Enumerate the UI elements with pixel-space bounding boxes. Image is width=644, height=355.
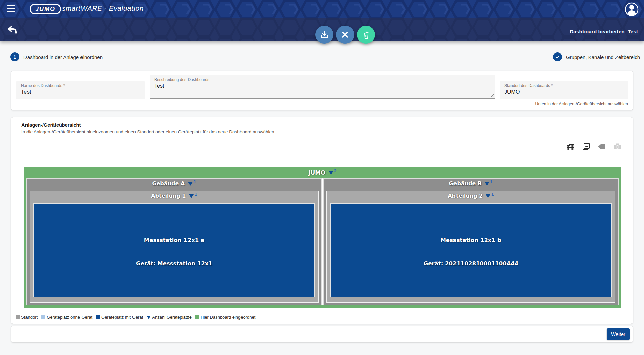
description-field-label: Beschreibung des Dashboards bbox=[150, 75, 495, 82]
station-b-name: Messstation 12x1 b bbox=[331, 237, 611, 243]
site-count: 2 bbox=[334, 169, 337, 173]
map-toolbar bbox=[565, 142, 623, 152]
buildings-row: Gebäude A 1 Abteilung 1 1 bbox=[26, 178, 619, 305]
save-button[interactable] bbox=[315, 26, 333, 44]
resize-handle-icon[interactable] bbox=[490, 94, 494, 97]
eraser-icon[interactable] bbox=[597, 142, 607, 152]
station-a-device: Gerät: Messstation 12x1 bbox=[34, 260, 314, 267]
standort-swatch bbox=[16, 315, 20, 319]
legend-count-label: Anzahl Geräteplätze bbox=[152, 315, 192, 320]
department-2-label: Abteilung 2 1 bbox=[448, 193, 494, 199]
building-a-count: 1 bbox=[193, 180, 196, 184]
plant-view-icon[interactable] bbox=[565, 142, 575, 152]
overview-subtitle: In die Anlagen-/Geräteübersicht hineinzo… bbox=[21, 129, 274, 134]
department-1-count-triangle-icon bbox=[189, 194, 194, 198]
legend-geraeteplatz-mit-geraet: Geräteplatz mit Gerät bbox=[96, 315, 143, 320]
back-icon[interactable] bbox=[7, 26, 17, 34]
account-icon[interactable] bbox=[625, 2, 639, 16]
building-b-label: Gebäude B 1 bbox=[449, 180, 493, 187]
station-b-device: Gerät: 2021102810001100444 bbox=[331, 260, 611, 267]
legend-slot-empty-label: Geräteplatz ohne Gerät bbox=[47, 315, 92, 320]
app-title: smartWARE · Evaluation bbox=[62, 4, 144, 12]
camera-icon[interactable] bbox=[612, 142, 623, 152]
location-field-label: Standort des Dashboards * bbox=[500, 81, 628, 88]
device-slot-a[interactable]: Messstation 12x1 a Gerät: Messstation 12… bbox=[33, 203, 315, 297]
description-input[interactable] bbox=[150, 82, 489, 95]
legend-standort-label: Standort bbox=[21, 315, 38, 320]
site-jumo[interactable]: JUMO 2 bbox=[24, 167, 621, 178]
download-icon bbox=[320, 30, 329, 39]
building-b[interactable]: Gebäude B 1 Abteilung 2 1 bbox=[323, 178, 619, 305]
station-a-name: Messstation 12x1 a bbox=[34, 237, 314, 243]
building-a[interactable]: Gebäude A 1 Abteilung 1 1 bbox=[26, 178, 322, 305]
site-name: JUMO bbox=[308, 169, 326, 176]
plant-overview-card: Anlagen-/Geräteübersicht In die Anlagen-… bbox=[11, 117, 633, 324]
department-2[interactable]: Abteilung 2 1 Messstation 12x1 b Gerät: … bbox=[326, 191, 615, 303]
next-button[interactable]: Weiter bbox=[607, 328, 630, 340]
jumo-logo: JUMO bbox=[30, 4, 61, 14]
legend-standort: Standort bbox=[16, 315, 38, 320]
delete-button[interactable] bbox=[357, 26, 375, 44]
dashboard-form-card: Name des Dashboards * Beschreibung des D… bbox=[11, 71, 633, 110]
legend-slot-filled-label: Geräteplatz mit Gerät bbox=[101, 315, 143, 320]
map-legend: Standort Geräteplatz ohne Gerät Gerätepl… bbox=[16, 315, 255, 320]
department-2-name: Abteilung 2 bbox=[448, 193, 483, 199]
department-2-count-triangle-icon bbox=[486, 194, 490, 198]
plant-map: JUMO 2 Gebäude A 1 bbox=[24, 167, 621, 308]
wizard-stepper: 1 Dashboard in der Anlage einordnen Grup… bbox=[0, 50, 644, 64]
department-1-count: 1 bbox=[194, 192, 197, 197]
device-slot-b[interactable]: Messstation 12x1 b Gerät: 20211028100011… bbox=[330, 203, 612, 297]
cancel-button[interactable] bbox=[336, 26, 354, 44]
name-field[interactable]: Name des Dashboards * bbox=[16, 81, 145, 99]
building-b-name: Gebäude B bbox=[449, 180, 482, 187]
step-2-indicator[interactable] bbox=[553, 52, 562, 61]
name-input[interactable] bbox=[16, 88, 139, 95]
step-1-indicator[interactable]: 1 bbox=[10, 52, 19, 61]
close-icon bbox=[341, 31, 349, 39]
building-a-count-triangle-icon bbox=[188, 182, 193, 186]
legend-anzahl-geraeteplaetze: Anzahl Geräteplätze bbox=[147, 315, 192, 320]
overview-title: Anlagen-/Geräteübersicht bbox=[21, 122, 81, 128]
department-1[interactable]: Abteilung 1 1 Messstation 12x1 a Gerät: … bbox=[30, 191, 319, 303]
location-input[interactable] bbox=[500, 88, 622, 95]
step-1-label: Dashboard in der Anlage einordnen bbox=[23, 54, 103, 60]
legend-hier-dashboard: Hier Dashboard eingeordnet bbox=[195, 315, 255, 320]
department-1-label: Abteilung 1 1 bbox=[151, 193, 197, 199]
legend-dashboard-here-label: Hier Dashboard eingeordnet bbox=[201, 315, 255, 320]
step-1-number: 1 bbox=[14, 54, 16, 60]
dashboard-here-swatch bbox=[195, 315, 199, 319]
image-view-icon[interactable] bbox=[581, 142, 591, 152]
check-icon bbox=[555, 54, 560, 59]
legend-geraeteplatz-ohne-geraet: Geräteplatz ohne Gerät bbox=[41, 315, 92, 320]
slot-filled-swatch bbox=[96, 315, 100, 319]
count-triangle-swatch bbox=[147, 316, 151, 319]
location-hint: Unten in der Anlagen-/Geräteübersicht au… bbox=[535, 102, 628, 106]
site-label: JUMO 2 bbox=[308, 169, 337, 176]
stepper-connector bbox=[101, 57, 548, 57]
site-count-triangle-icon bbox=[329, 171, 333, 175]
slot-empty-swatch bbox=[41, 315, 45, 319]
page-title: Dashboard bearbeiten: Test bbox=[570, 29, 638, 35]
department-1-name: Abteilung 1 bbox=[151, 193, 186, 199]
description-field[interactable]: Beschreibung des Dashboards bbox=[150, 75, 495, 99]
building-a-label: Gebäude A 1 bbox=[152, 180, 196, 187]
name-field-label: Name des Dashboards * bbox=[16, 81, 145, 88]
menu-icon[interactable] bbox=[7, 5, 16, 13]
building-b-count: 1 bbox=[490, 180, 493, 184]
building-b-count-triangle-icon bbox=[485, 182, 489, 186]
wizard-footer-card: Weiter bbox=[11, 326, 633, 342]
trash-icon bbox=[362, 30, 371, 39]
jumo-logo-text: JUMO bbox=[35, 6, 55, 13]
department-2-count: 1 bbox=[491, 192, 494, 197]
app-header: JUMO smartWARE · Evaluation bbox=[0, 0, 644, 18]
building-a-name: Gebäude A bbox=[152, 180, 185, 187]
step-2-label: Gruppen, Kanäle und Zeitbereich bbox=[566, 54, 640, 60]
location-field[interactable]: Standort des Dashboards * bbox=[500, 81, 628, 99]
plant-map-panel: JUMO 2 Gebäude A 1 bbox=[16, 139, 628, 311]
